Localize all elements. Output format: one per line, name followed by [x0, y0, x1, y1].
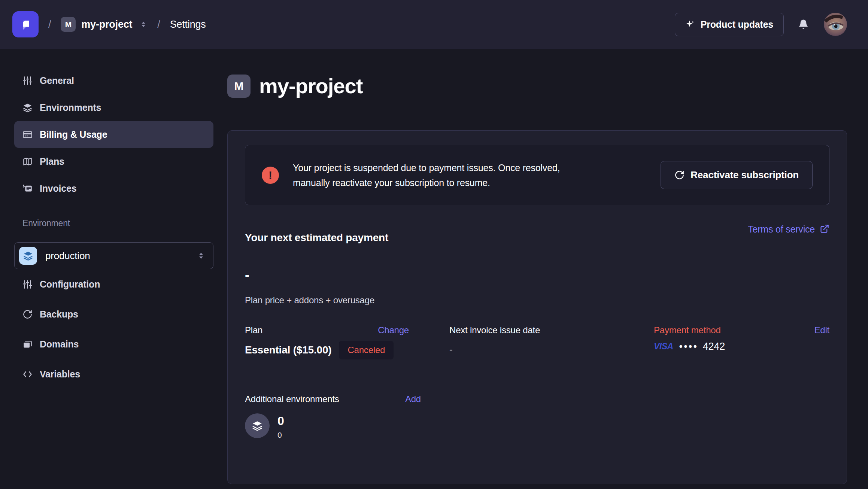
payment-section-head: Your next estimated payment Terms of ser… — [245, 224, 829, 244]
strapi-logo-icon — [18, 17, 33, 32]
alert-exclamation-icon: ! — [262, 167, 279, 184]
sidebar-item-domains[interactable]: Domains — [14, 329, 213, 359]
change-plan-link[interactable]: Change — [378, 325, 409, 335]
add-environment-link[interactable]: Add — [405, 394, 421, 404]
plan-value: Essential ($15.00) — [245, 344, 331, 356]
sparkles-icon — [685, 19, 695, 30]
main-content: M my-project ! Your project is suspended… — [227, 49, 868, 489]
sidebar-item-label: Backups — [40, 309, 78, 320]
additional-environments-section: Additional environments Add 0 — [245, 394, 829, 440]
sidebar-item-environments[interactable]: Environments — [14, 94, 213, 121]
card-masked-dots: •••• — [679, 341, 698, 352]
terms-of-service-link[interactable]: Terms of service — [748, 224, 829, 234]
additional-environments-label: Additional environments — [245, 394, 339, 404]
environments-count: 0 — [277, 414, 284, 428]
environment-layers-icon — [19, 247, 37, 265]
next-payment-heading: Your next estimated payment — [245, 224, 388, 244]
stack-icon — [22, 339, 33, 349]
sidebar-item-label: Plans — [40, 156, 64, 167]
sidebar-item-label: Domains — [40, 339, 79, 350]
page-title: my-project — [259, 74, 362, 98]
breadcrumb-separator: / — [157, 19, 160, 30]
sidebar-item-billing-usage[interactable]: Billing & Usage — [14, 121, 213, 148]
sidebar-item-invoices[interactable]: Invoices — [14, 175, 213, 202]
sliders-icon — [22, 279, 33, 289]
payment-formula: Plan price + addons + overusage — [245, 295, 829, 306]
notifications-bell-icon[interactable] — [798, 19, 809, 30]
reactivate-subscription-label: Reactivate subscription — [691, 169, 799, 181]
layers-icon — [22, 103, 33, 113]
edit-payment-method-link[interactable]: Edit — [814, 325, 829, 335]
suspension-alert: ! Your project is suspended due to payme… — [245, 145, 829, 205]
user-avatar[interactable] — [824, 13, 847, 36]
sidebar-item-label: Environments — [40, 102, 101, 113]
sidebar-item-general[interactable]: General — [14, 67, 213, 94]
breadcrumb-project[interactable]: M my-project — [61, 17, 148, 32]
project-header: M my-project — [227, 74, 847, 98]
code-icon — [22, 369, 33, 379]
breadcrumb-project-name: my-project — [81, 19, 132, 30]
visa-logo: VISA — [654, 341, 673, 352]
invoice-column: Next invoice issue date - — [449, 325, 654, 359]
environment-section-label: Environment — [22, 218, 213, 228]
environments-layers-icon — [245, 413, 270, 438]
estimated-payment-amount: - — [245, 267, 829, 282]
credit-card-icon — [22, 130, 33, 140]
payment-method-label: Payment method — [654, 325, 721, 335]
environments-usage-count: 0 — [277, 431, 284, 440]
plan-status-badge: Canceled — [339, 341, 394, 359]
sidebar-item-label: Billing & Usage — [40, 129, 107, 140]
terms-of-service-label: Terms of service — [748, 224, 815, 234]
sliders-icon — [22, 76, 33, 86]
project-initial-badge-large: M — [227, 75, 251, 98]
chevron-updown-icon — [139, 20, 148, 28]
sidebar-item-label: Configuration — [40, 279, 100, 290]
plan-label: Plan — [245, 325, 262, 335]
payment-method-column: Payment method Edit VISA •••• 4242 — [654, 325, 829, 359]
refresh-icon — [22, 309, 33, 319]
billing-info-grid: Plan Change Essential ($15.00) Canceled … — [245, 325, 829, 359]
settings-sidebar: General Environments — [0, 49, 227, 489]
sidebar-item-label: Variables — [40, 369, 80, 380]
app-root: / M my-project / Settings Product update… — [0, 0, 868, 489]
refresh-icon — [674, 170, 685, 180]
sidebar-item-backups[interactable]: Backups — [14, 299, 213, 329]
strapi-logo[interactable] — [12, 11, 39, 37]
content-shell: General Environments — [0, 49, 868, 489]
product-updates-button[interactable]: Product updates — [675, 13, 784, 36]
environment-select[interactable]: production — [14, 242, 213, 269]
topbar: / M my-project / Settings Product update… — [0, 0, 868, 49]
billing-card: ! Your project is suspended due to payme… — [227, 130, 847, 484]
plan-column: Plan Change Essential ($15.00) Canceled — [245, 325, 449, 359]
product-updates-label: Product updates — [701, 19, 773, 30]
chevron-updown-icon — [197, 251, 206, 260]
sidebar-item-label: Invoices — [40, 183, 76, 194]
alert-message: Your project is suspended due to payment… — [293, 160, 596, 190]
external-link-icon — [819, 224, 829, 234]
sidebar-item-plans[interactable]: Plans — [14, 148, 213, 175]
invoice-icon — [22, 183, 33, 194]
map-icon — [22, 157, 33, 167]
environment-counts: 0 0 — [277, 413, 284, 440]
breadcrumb-settings[interactable]: Settings — [170, 19, 206, 30]
reactivate-subscription-button[interactable]: Reactivate subscription — [661, 161, 813, 189]
card-last4: 4242 — [703, 341, 725, 352]
project-initial-badge: M — [61, 17, 76, 32]
sidebar-item-variables[interactable]: Variables — [14, 359, 213, 389]
next-invoice-label: Next invoice issue date — [449, 325, 540, 335]
sidebar-item-configuration[interactable]: Configuration — [14, 269, 213, 299]
sidebar-item-label: General — [40, 75, 74, 86]
environment-select-value: production — [45, 250, 90, 262]
breadcrumb-separator: / — [48, 19, 51, 30]
next-invoice-value: - — [449, 341, 452, 355]
